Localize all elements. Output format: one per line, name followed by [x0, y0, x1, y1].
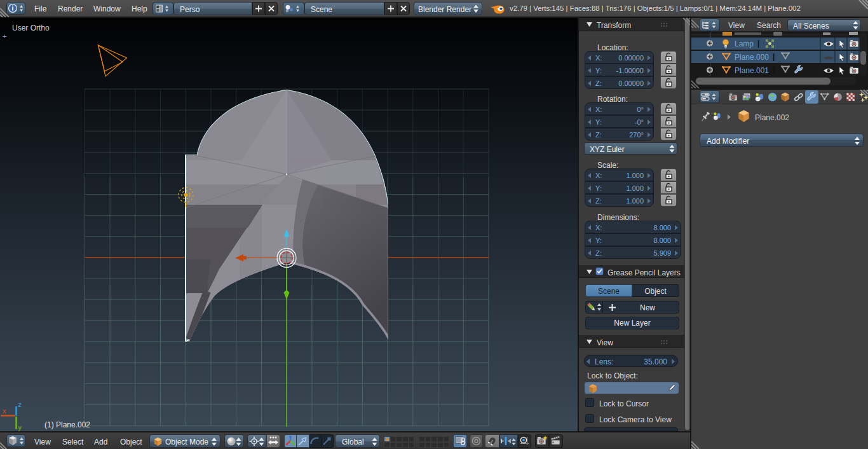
svg-text:User Ortho: User Ortho	[12, 24, 50, 32]
svg-text:x: x	[3, 407, 6, 415]
svg-text:+: +	[3, 32, 6, 40]
svg-text:z: z	[18, 401, 22, 408]
svg-text:(1) Plane.002: (1) Plane.002	[44, 420, 90, 429]
svg-text:y: y	[18, 424, 22, 431]
